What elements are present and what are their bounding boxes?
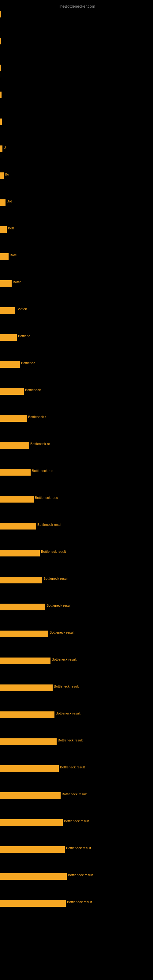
bar-row: Bottleneck r (0, 414, 153, 441)
bar-row: Bottleneck result (0, 899, 153, 926)
bar-row: Bottleneck result (0, 548, 153, 575)
bar-row: Bottleneck result (0, 818, 153, 845)
bar-label: Bottleneck result (61, 792, 87, 796)
bar-row: Bottleneck resul (0, 521, 153, 548)
bar-label: Bottleneck result (65, 846, 91, 850)
bar (0, 307, 15, 314)
bar-row: Bottleneck re (0, 441, 153, 467)
bar (0, 657, 51, 664)
bar-label: Bottleneck result (66, 900, 92, 904)
bar-row: Bottleneck res (0, 467, 153, 494)
bar (0, 792, 61, 799)
bar (0, 523, 36, 530)
bar (0, 334, 17, 341)
bar-label: Bottleneck r (27, 415, 46, 418)
bar-label: Bottleneck re (29, 442, 50, 445)
bar-label: Bottleneck (24, 388, 41, 392)
bar (0, 873, 67, 880)
bar (0, 280, 12, 287)
bar-label: Bottlene (17, 334, 30, 338)
bar-label: Bottleneck result (54, 711, 80, 715)
bar (0, 199, 5, 206)
bar-row: Bottleneck result (0, 764, 153, 791)
bar-label: Bott (7, 226, 14, 230)
bar-row: Bottleneck result (0, 629, 153, 656)
bar-row: Bottleneck result (0, 602, 153, 629)
bar (0, 469, 30, 476)
bar-row: Bottleneck result (0, 872, 153, 899)
bar (0, 253, 9, 260)
bar (0, 684, 53, 691)
bar-row: Bottleneck result (0, 683, 153, 710)
bar-row: Bottleneck (0, 387, 153, 414)
bar-row: Bottleneck result (0, 737, 153, 764)
bar-label: Bottleneck result (57, 738, 83, 742)
bar-row: Bo (0, 171, 153, 198)
bar (0, 92, 2, 98)
bar-label: Bottleneck result (51, 657, 76, 661)
bar-label: Bottl (9, 253, 16, 257)
bar (0, 765, 59, 772)
bar-row (0, 9, 153, 36)
bar (0, 711, 54, 718)
bar-label: Bottleneck result (63, 819, 89, 823)
bar-label: Bot (5, 199, 12, 203)
bar (0, 846, 65, 853)
bar-row: Bot (0, 198, 153, 225)
bar (0, 361, 20, 368)
bar-row: Bottlen (0, 305, 153, 332)
bar-row (0, 36, 153, 63)
bar (0, 577, 42, 584)
bar-row: Bottl (0, 252, 153, 279)
bar-row (0, 63, 153, 90)
bar-label: Bottlen (15, 307, 27, 311)
bar-row: Bottleneck resu (0, 494, 153, 521)
bar-label: Bottleneck result (42, 577, 68, 580)
bar-label: Bottle (12, 280, 21, 284)
bar-row (0, 117, 153, 144)
bar (0, 550, 40, 557)
bar-label: B (2, 145, 6, 149)
bar-row: Bottlenec (0, 360, 153, 387)
bar-row: Bottle (0, 279, 153, 305)
bar (0, 415, 27, 422)
bar (0, 172, 4, 179)
bar (0, 226, 7, 233)
bar (0, 738, 57, 745)
bar-label: Bo (4, 172, 9, 176)
bar-row: Bottleneck result (0, 710, 153, 737)
bar-label: Bottleneck resul (36, 523, 61, 527)
bar (0, 119, 2, 125)
bar-label: Bottlenec (20, 361, 35, 365)
bar-label: Bottleneck result (40, 550, 66, 554)
bar (0, 38, 1, 45)
bar-label: Bottleneck result (48, 630, 74, 634)
bar (0, 900, 66, 907)
bar-row: Bottleneck result (0, 656, 153, 683)
bar (0, 442, 29, 449)
bar-label: Bottleneck resu (33, 496, 58, 500)
bar (0, 11, 1, 18)
bar-row: Bottleneck result (0, 845, 153, 872)
bar (0, 145, 2, 152)
bar (0, 388, 24, 395)
bar-label: Bottleneck result (67, 873, 93, 877)
bar (0, 630, 48, 637)
bar-row: Bottlene (0, 332, 153, 360)
bar-row: Bottleneck result (0, 575, 153, 602)
bar-row: B (0, 144, 153, 171)
bars-container: BBoBotBottBottlBottleBottlenBottleneBott… (0, 9, 153, 926)
bar (0, 496, 33, 503)
bar-row: Bottleneck result (0, 791, 153, 818)
bar-label: Bottleneck result (45, 604, 71, 607)
bar-label: Bottleneck res (30, 469, 53, 473)
bar-row (0, 90, 153, 117)
bar (0, 819, 63, 826)
bar-row: Bott (0, 225, 153, 252)
bar (0, 604, 45, 610)
bar (0, 65, 1, 72)
bar-label: Bottleneck result (53, 684, 79, 688)
bar-label: Bottleneck result (59, 765, 85, 769)
